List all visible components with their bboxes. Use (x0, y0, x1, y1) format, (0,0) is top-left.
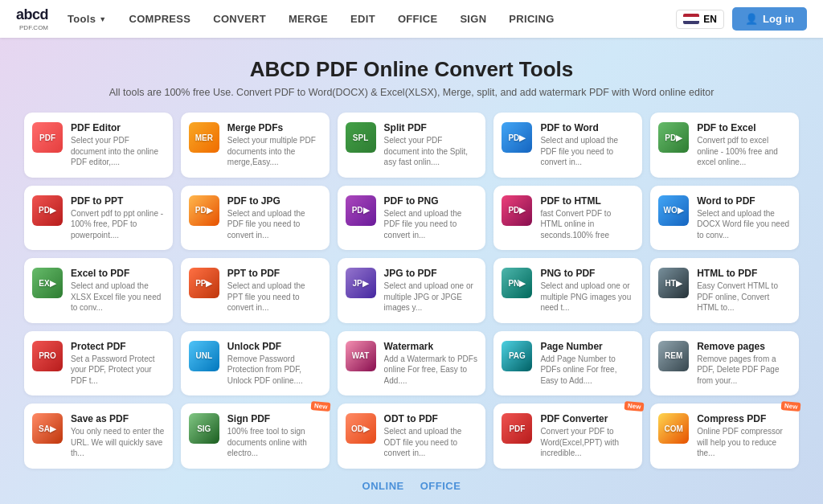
tool-name: PDF Converter (540, 413, 634, 424)
tool-desc: Add Page Number to PDFs online For free,… (540, 354, 634, 387)
tool-info: JPG to PDFSelect and upload one or multi… (384, 268, 478, 313)
page-subtitle: All tools are 100% free Use. Convert PDF… (24, 87, 799, 98)
tool-name: PDF Editor (71, 122, 165, 133)
tool-card[interactable]: JP▶JPG to PDFSelect and upload one or mu… (338, 258, 486, 323)
tool-icon: PDF (502, 413, 532, 444)
nav-convert[interactable]: CONVERT (202, 0, 277, 38)
nav-edit[interactable]: EDIT (339, 0, 387, 38)
nav-links: Tools ▼ COMPRESS CONVERT MERGE EDIT OFFI… (56, 0, 676, 38)
chevron-down-icon: ▼ (99, 15, 106, 23)
tool-card[interactable]: NewPDFPDF ConverterConvert your PDF to W… (493, 404, 642, 469)
tool-desc: Remove Password Protection from PDF, Unl… (227, 354, 321, 387)
tool-info: ODT to PDFSelect and upload the ODT file… (384, 413, 478, 459)
tool-card[interactable]: UNLUnlock PDFRemove Password Protection … (181, 331, 330, 396)
tool-desc: Select and upload the ODT file you need … (384, 426, 478, 459)
tool-icon: COM (658, 413, 689, 444)
tool-desc: Select and upload one or multiple JPG or… (384, 281, 478, 313)
tool-card[interactable]: EX▶Excel to PDFSelect and upload the XLS… (24, 258, 173, 323)
tool-name: PDF to JPG (227, 195, 321, 207)
badge-new: New (780, 401, 800, 412)
tool-card[interactable]: PD▶PDF to JPGSelect and upload the PDF f… (181, 186, 330, 251)
tool-card[interactable]: PD▶PDF to HTMLfast Convert PDF to HTML o… (493, 186, 642, 251)
tool-desc: Add a Watermark to PDFs online For free,… (384, 354, 478, 387)
tool-desc: fast Convert PDF to HTML online in secon… (540, 208, 634, 241)
tool-name: PDF to PPT (71, 195, 165, 207)
page-title: ABCD PDF Online Convert Tools (24, 57, 799, 82)
tool-name: HTML to PDF (697, 268, 791, 279)
tool-card[interactable]: SPLSplit PDFSelect your PDF document int… (338, 113, 486, 178)
tool-desc: Select and upload the DOCX Word file you… (697, 208, 791, 241)
tool-card[interactable]: PP▶PPT to PDFSelect and upload the PPT f… (181, 258, 330, 323)
tool-card[interactable]: NewCOMCompress PDFOnline PDF compressor … (650, 404, 799, 469)
tool-card[interactable]: SA▶Save as PDFYou only need to enter the… (24, 404, 173, 469)
tool-card[interactable]: REMRemove pagesRemove pages from a PDF, … (650, 331, 799, 396)
tool-card[interactable]: PD▶PDF to WordSelect and upload the PDF … (493, 113, 642, 178)
tool-desc: Set a Password Protect your PDF, Protect… (71, 354, 165, 387)
tool-name: Excel to PDF (71, 268, 165, 279)
badge-new: New (624, 401, 644, 412)
tool-desc: Select your PDF document into the online… (71, 135, 165, 168)
tool-card[interactable]: WO▶Word to PDFSelect and upload the DOCX… (650, 186, 799, 251)
tool-name: Page Number (540, 341, 634, 352)
tool-name: PPT to PDF (227, 268, 321, 279)
tool-icon: HT▶ (658, 268, 689, 298)
tool-icon: PN▶ (502, 268, 532, 298)
tool-card[interactable]: PD▶PDF to PNGSelect and upload the PDF f… (338, 186, 486, 251)
tool-card[interactable]: MERMerge PDFsSelect your multiple PDF do… (181, 113, 330, 178)
tool-desc: You only need to enter the URL. We will … (71, 426, 165, 459)
footer-nav-item[interactable]: OFFICE (420, 480, 461, 492)
nav-merge[interactable]: MERGE (277, 0, 339, 38)
tool-info: Unlock PDFRemove Password Protection fro… (227, 341, 321, 387)
tool-desc: Select and upload the XLSX Excel file yo… (71, 281, 165, 313)
tool-name: Merge PDFs (227, 122, 321, 133)
tool-name: PDF to Excel (697, 122, 791, 133)
nav-office[interactable]: OFFICE (387, 0, 448, 38)
tool-icon: PD▶ (658, 122, 689, 153)
tool-info: PDF to PPTConvert pdf to ppt online - 10… (71, 195, 165, 241)
tool-card[interactable]: PROProtect PDFSet a Password Protect you… (24, 331, 173, 396)
tool-icon: PD▶ (32, 195, 63, 226)
tool-icon: WAT (346, 341, 376, 371)
tool-card[interactable]: PD▶PDF to ExcelConvert pdf to excel onli… (650, 113, 799, 178)
tool-desc: Convert pdf to excel online - 100% free … (697, 135, 791, 168)
tool-grid: PDFPDF EditorSelect your PDF document in… (24, 113, 799, 469)
tool-card[interactable]: PAGPage NumberAdd Page Number to PDFs on… (493, 331, 642, 396)
login-button[interactable]: 👤 Log in (732, 7, 807, 31)
tool-name: Word to PDF (697, 195, 791, 207)
nav-tools[interactable]: Tools ▼ (56, 0, 117, 38)
tool-icon: PD▶ (346, 195, 376, 226)
user-icon: 👤 (745, 13, 758, 25)
tool-info: Compress PDFOnline PDF compressor will h… (697, 413, 791, 459)
nav-compress[interactable]: COMPRESS (117, 0, 202, 38)
tool-name: Unlock PDF (227, 341, 321, 352)
tool-info: PDF to WordSelect and upload the PDF fil… (540, 122, 634, 168)
tool-name: PDF to HTML (540, 195, 634, 207)
tool-card[interactable]: HT▶HTML to PDFEasy Convert HTML to PDF o… (650, 258, 799, 323)
tool-card[interactable]: OD▶ODT to PDFSelect and upload the ODT f… (338, 404, 486, 469)
tool-card[interactable]: PN▶PNG to PDFSelect and upload one or mu… (493, 258, 642, 323)
tool-name: PDF to PNG (384, 195, 478, 207)
tool-icon: SPL (346, 122, 376, 153)
nav-pricing[interactable]: PRICING (497, 0, 565, 38)
tool-info: PDF to PNGSelect and upload the PDF file… (384, 195, 478, 241)
footer-nav-item[interactable]: ONLINE (362, 480, 404, 492)
tool-card[interactable]: NewSIGSign PDF100% free tool to sign doc… (181, 404, 330, 469)
nav-sign[interactable]: SIGN (448, 0, 497, 38)
tool-name: ODT to PDF (384, 413, 478, 424)
tool-info: WatermarkAdd a Watermark to PDFs online … (384, 341, 478, 387)
tool-card[interactable]: PDFPDF EditorSelect your PDF document in… (24, 113, 173, 178)
language-button[interactable]: EN (676, 10, 724, 29)
tool-card[interactable]: PD▶PDF to PPTConvert pdf to ppt online -… (24, 186, 173, 251)
tool-icon: PRO (32, 341, 63, 371)
tool-info: PDF to HTMLfast Convert PDF to HTML onli… (540, 195, 634, 241)
tool-icon: PAG (502, 341, 532, 371)
tool-desc: Select and upload the PDF file you need … (384, 208, 478, 241)
tool-card[interactable]: WATWatermarkAdd a Watermark to PDFs onli… (338, 331, 486, 396)
footer-nav: ONLINEOFFICE (24, 480, 799, 492)
tool-name: PDF to Word (540, 122, 634, 133)
logo[interactable]: abcd PDF.COM (16, 6, 48, 31)
tool-icon: PP▶ (189, 268, 219, 298)
flag-icon (683, 14, 699, 24)
tool-info: PPT to PDFSelect and upload the PPT file… (227, 268, 321, 313)
tool-icon: MER (189, 122, 219, 153)
